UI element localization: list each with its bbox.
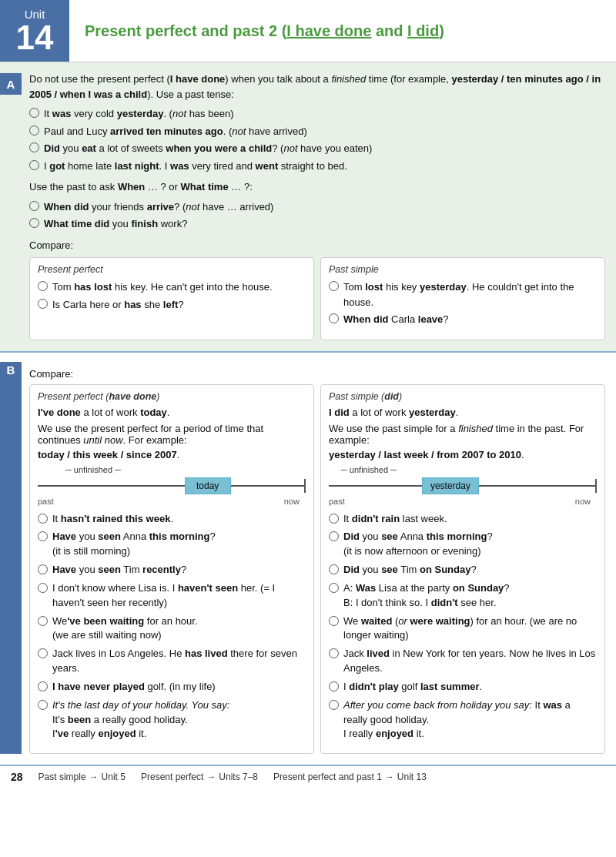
unit-number: 14 <box>16 21 54 55</box>
present-example: I've done a lot of work today. <box>38 407 306 418</box>
bullet-icon <box>38 514 48 524</box>
page-number: 28 <box>11 771 23 783</box>
footer-link-dest-2: Units 7–8 <box>219 772 258 782</box>
list-item: Paul and Lucy arrived ten minutes ago. (… <box>29 124 605 139</box>
list-item: Tom lost his key yesterday. He couldn't … <box>329 280 597 310</box>
when-bullet-list: When did your friends arrive? (not have … <box>29 199 605 232</box>
bullet-icon <box>38 281 48 291</box>
bullet-icon <box>329 564 339 574</box>
past-items-list: It didn't rain last week. Did you see An… <box>329 512 597 742</box>
section-b: B Compare: Present perfect (have done) I… <box>0 351 616 765</box>
unfinished-label: ─ unfinished ─ <box>65 465 121 474</box>
bullet-icon <box>38 299 48 309</box>
list-item: What time did you finish work? <box>29 216 605 232</box>
list-item: We've been waiting for an hour.(we are s… <box>38 614 306 644</box>
bullet-icon <box>38 531 48 541</box>
list-item: I didn't play golf last summer. <box>329 680 597 695</box>
list-item: I have never played golf. (in my life) <box>38 680 306 695</box>
compare-col-title-past: Past simple <box>329 264 597 275</box>
past-time-examples: yesterday / last week / from 2007 to 201… <box>329 449 597 460</box>
bullet-icon <box>329 700 339 710</box>
footer-link-present-past1: Present perfect and past 1 → Unit 13 <box>273 772 427 782</box>
bullet-icon <box>329 681 339 691</box>
unit-title: Present perfect and past 2 (I have done … <box>69 0 460 62</box>
bullet-icon <box>38 681 48 691</box>
bullet-icon <box>329 531 339 541</box>
list-item: It hasn't rained this week. <box>38 512 306 527</box>
section-b-compare-label: Compare: <box>29 368 605 380</box>
footer-link-text-2: Present perfect <box>141 772 203 782</box>
list-item: It was very cold yesterday. (not has bee… <box>29 106 605 122</box>
past-desc: We use the past simple for a finished ti… <box>329 423 597 446</box>
compare-b-col-past: Past simple (did) I did a lot of work ye… <box>320 384 605 755</box>
section-a: A Do not use the present perfect (I have… <box>0 62 616 351</box>
bullet-icon <box>329 583 339 593</box>
list-item: Jack lived in New York for ten years. No… <box>329 647 597 676</box>
present-items-list: It hasn't rained this week. Have you see… <box>38 512 306 742</box>
now-label: now <box>284 497 300 506</box>
list-item: Have you seen Anna this morning?(it is s… <box>38 530 306 559</box>
bullet-icon <box>29 160 39 170</box>
bullet-icon <box>329 648 339 658</box>
list-item: When did your friends arrive? (not have … <box>29 199 605 215</box>
section-a-content: Do not use the present perfect (I have d… <box>29 72 605 340</box>
list-item: After you come back from holiday you say… <box>329 698 597 742</box>
unit-header: Unit 14 Present perfect and past 2 (I ha… <box>0 0 616 62</box>
present-time-examples: today / this week / since 2007. <box>38 449 306 460</box>
section-a-intro: Do not use the present perfect (I have d… <box>29 72 605 102</box>
bullet-icon <box>329 514 339 524</box>
past-label: past <box>38 497 54 506</box>
title-plain: Present perfect and past 2 (I have done … <box>85 22 444 40</box>
arrow-icon-3: → <box>385 772 394 782</box>
footer-link-present-perfect: Present perfect → Units 7–8 <box>141 772 258 782</box>
past-col-title: Past simple (did) <box>329 391 597 402</box>
list-item: Tom has lost his key. He can't get into … <box>38 280 306 295</box>
bullet-icon <box>38 616 48 626</box>
list-item: I don't know where Lisa is. I haven't se… <box>38 581 306 611</box>
list-item: When did Carla leave? <box>329 312 597 327</box>
timeline-box-yesterday: yesterday <box>422 477 479 494</box>
present-col-title: Present perfect (have done) <box>38 391 306 402</box>
compare-bullets: Tom has lost his key. He can't get into … <box>38 280 306 312</box>
section-b-marker: B <box>0 362 22 755</box>
bullet-icon <box>29 218 39 228</box>
list-item: Have you seen Tim recently? <box>38 563 306 577</box>
bullet-icon <box>329 616 339 626</box>
section-a-marker: A <box>0 73 22 95</box>
bullet-icon <box>38 700 48 710</box>
list-item: Did you see Anna this morning?(it is now… <box>329 530 597 559</box>
section-b-compare-table: Present perfect (have done) I've done a … <box>29 384 605 755</box>
footer-links: Past simple → Unit 5 Present perfect → U… <box>38 772 427 782</box>
unfinished-label-2: ─ unfinished ─ <box>341 465 397 474</box>
list-item: Did you see Tim on Sunday? <box>329 563 597 577</box>
page-footer: 28 Past simple → Unit 5 Present perfect … <box>0 765 616 788</box>
list-item: Did you eat a lot of sweets when you wer… <box>29 141 605 156</box>
compare-bullets-past: Tom lost his key yesterday. He couldn't … <box>329 280 597 327</box>
footer-link-text-3: Present perfect and past 1 <box>273 772 382 782</box>
footer-link-dest-3: Unit 13 <box>397 772 427 782</box>
compare-col-title: Present perfect <box>38 264 306 275</box>
footer-link-past-simple: Past simple → Unit 5 <box>38 772 126 782</box>
arrow-icon: → <box>89 772 99 782</box>
today-diagram: ─ unfinished ─ today past now <box>38 465 306 506</box>
now-label-2: now <box>575 497 591 506</box>
timeline-box-today: today <box>185 477 231 494</box>
bullet-icon <box>38 583 48 593</box>
list-item: Is Carla here or has she left? <box>38 297 306 313</box>
past-example: I did a lot of work yesterday. <box>329 407 597 418</box>
footer-link-dest: Unit 5 <box>102 772 126 782</box>
unit-number-box: Unit 14 <box>0 0 69 62</box>
list-item: A: Was Lisa at the party on Sunday?B: I … <box>329 581 597 611</box>
compare-table: Present perfect Tom has lost his key. He… <box>29 257 605 340</box>
bullet-icon <box>329 281 339 291</box>
bullet-icon <box>38 564 48 574</box>
bullet-icon <box>329 313 339 323</box>
list-item: I got home late last night. I was very t… <box>29 159 605 174</box>
list-item: It didn't rain last week. <box>329 512 597 527</box>
yesterday-diagram: ─ unfinished ─ yesterday past now <box>329 465 597 506</box>
compare-label: Compare: <box>29 238 605 253</box>
bullet-icon <box>29 201 39 211</box>
past-label-2: past <box>329 497 345 506</box>
arrow-icon-2: → <box>206 772 216 782</box>
list-item: It's the last day of your holiday. You s… <box>38 698 306 742</box>
